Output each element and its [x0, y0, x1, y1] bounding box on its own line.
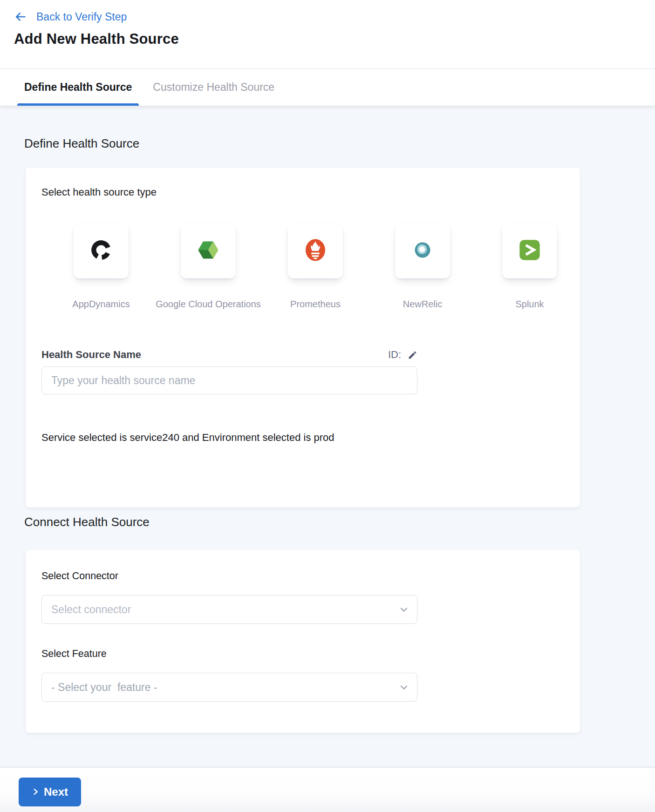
select-type-label: Select health source type	[41, 186, 564, 198]
source-type-label: AppDynamics	[72, 299, 130, 310]
page: Back to Verify Step Add New Health Sourc…	[0, 0, 655, 812]
select-connector-label: Select Connector	[41, 570, 564, 582]
connector-select[interactable]: Select connector	[41, 595, 417, 624]
appdynamics-tile[interactable]	[74, 223, 129, 278]
id-label: ID:	[388, 349, 401, 361]
source-type-label: Prometheus	[290, 299, 341, 310]
next-button[interactable]: Next	[19, 778, 81, 806]
source-type-newrelic: NewRelic	[395, 223, 450, 310]
newrelic-tile[interactable]	[395, 223, 450, 278]
source-type-appdynamics: AppDynamics	[74, 223, 129, 310]
tab-define-health-source[interactable]: Define Health Source	[17, 69, 139, 106]
back-link[interactable]: Back to Verify Step	[14, 10, 127, 23]
back-arrow-icon	[14, 10, 27, 23]
prometheus-tile[interactable]	[288, 223, 343, 278]
google-cloud-operations-icon	[196, 238, 220, 264]
tab-bar: Define Health Source Customize Health So…	[0, 69, 655, 106]
back-link-label: Back to Verify Step	[36, 11, 127, 23]
source-type-label: Google Cloud Operations	[156, 299, 261, 310]
source-type-splunk: Splunk	[502, 223, 557, 310]
source-type-tiles: AppDynamics Google Cloud Operations	[74, 223, 564, 310]
main-content: Define Health Source Select health sourc…	[0, 106, 655, 767]
tab-label: Define Health Source	[24, 81, 132, 94]
connect-health-source-card: Select Connector Select connector Select…	[26, 550, 580, 733]
source-type-prometheus: Prometheus	[288, 223, 343, 310]
prometheus-icon	[304, 238, 327, 264]
edit-pencil-icon[interactable]	[408, 350, 417, 360]
tab-label: Customize Health Source	[153, 81, 274, 94]
splunk-tile[interactable]	[502, 223, 557, 278]
health-source-name-row: Health Source Name ID:	[41, 349, 417, 361]
page-header: Back to Verify Step Add New Health Sourc…	[0, 0, 655, 69]
chevron-down-icon	[398, 604, 409, 615]
connect-section-heading: Connect Health Source	[0, 508, 655, 529]
source-type-google-cloud-operations: Google Cloud Operations	[181, 223, 236, 310]
appdynamics-icon	[89, 238, 113, 264]
service-environment-note: Service selected is service240 and Envir…	[41, 432, 564, 444]
source-type-label: NewRelic	[403, 299, 442, 310]
define-health-source-card: Select health source type AppDynamics	[26, 168, 580, 508]
feature-select[interactable]: - Select your feature -	[41, 673, 417, 702]
google-cloud-operations-tile[interactable]	[181, 223, 236, 278]
footer-bar: Next	[0, 767, 655, 812]
select-feature-label: Select Feature	[41, 648, 564, 660]
health-source-name-label: Health Source Name	[41, 349, 141, 361]
next-chevron-icon	[32, 785, 40, 798]
connector-select-value: Select connector	[51, 603, 131, 616]
next-button-label: Next	[44, 785, 68, 798]
source-type-label: Splunk	[515, 299, 544, 310]
define-section-heading: Define Health Source	[0, 106, 655, 151]
page-title: Add New Health Source	[14, 31, 655, 47]
tab-customize-health-source[interactable]: Customize Health Source	[146, 69, 281, 106]
splunk-icon	[518, 238, 542, 264]
chevron-down-icon	[398, 682, 409, 693]
feature-select-value: - Select your feature -	[51, 681, 157, 694]
id-wrap: ID:	[388, 349, 417, 361]
health-source-name-input[interactable]	[41, 366, 417, 394]
newrelic-icon	[411, 239, 434, 263]
